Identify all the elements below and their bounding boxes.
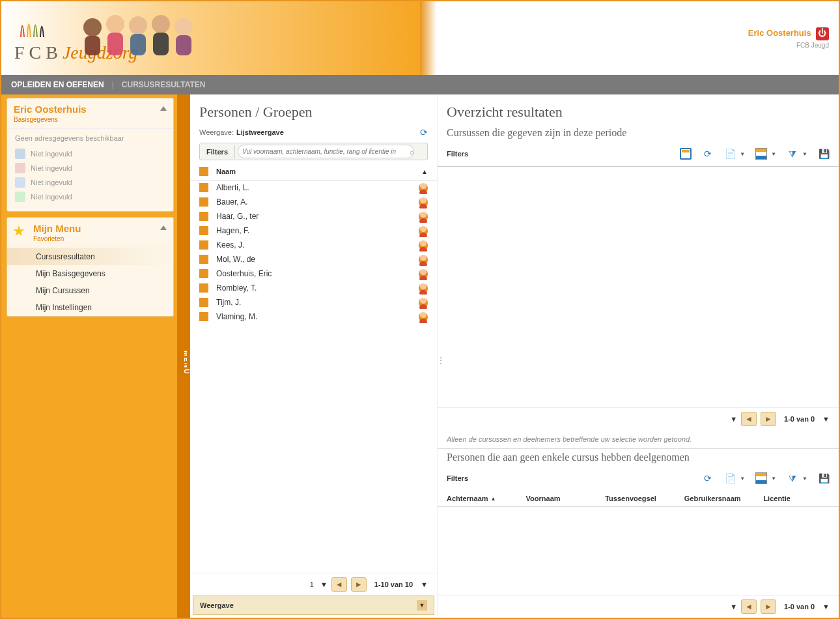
row-checkbox[interactable] [199, 255, 208, 264]
row-checkbox[interactable] [199, 183, 208, 192]
next-page-button[interactable]: ► [761, 412, 776, 426]
no-course-persons-section: Personen die aan geen enkele cursus hebb… [438, 448, 839, 618]
no-course-subtitle: Personen die aan geen enkele cursus hebb… [438, 449, 839, 468]
person-row[interactable]: Oosterhuis, Eric [190, 266, 437, 281]
collapse-up-icon[interactable] [160, 225, 167, 230]
menu-item-cursusresultaten[interactable]: Cursusresultaten [7, 248, 173, 265]
collapse-up-icon[interactable] [160, 106, 167, 111]
page-size-dropdown-icon[interactable]: ▼ [421, 581, 428, 588]
row-checkbox[interactable] [199, 298, 208, 307]
page-dropdown-icon[interactable]: ▼ [730, 415, 737, 423]
nav-separator: | [112, 80, 114, 89]
user-info-panel: Eric Oosterhuis Basisgegevens Geen adres… [7, 98, 174, 212]
name-column-header[interactable]: Naam [216, 167, 236, 175]
card-icon [15, 192, 25, 202]
save-icon[interactable]: 💾 [818, 472, 830, 484]
svg-rect-3 [107, 33, 123, 55]
results-column: Overzicht resultaten Cursussen die gegev… [438, 94, 839, 618]
refresh-icon[interactable]: ⟳ [420, 127, 428, 137]
row-checkbox[interactable] [199, 312, 208, 321]
page-size-dropdown-icon[interactable]: ▼ [822, 415, 830, 423]
col-achternaam[interactable]: Achternaam ▲ [447, 495, 513, 502]
page-range: 1-0 van 0 [784, 603, 815, 611]
no-address-text: Geen adresgegevens beschikbaar [15, 134, 165, 142]
row-checkbox[interactable] [199, 269, 208, 278]
menu-item-instellingen[interactable]: Mijn Instellingen [7, 299, 173, 316]
columns-icon[interactable] [755, 148, 767, 160]
person-row[interactable]: Tijm, J. [190, 295, 437, 310]
menu-list: Cursusresultaten Mijn Basisgegevens Mijn… [7, 248, 173, 316]
person-list: Alberti, L. Bauer, A. Haar, G., ter Hage… [190, 180, 437, 573]
person-row[interactable]: Rombley, T. [190, 281, 437, 295]
refresh-icon[interactable]: ⟳ [702, 148, 714, 160]
columns-dropdown-icon[interactable]: ▼ [771, 476, 776, 482]
row-checkbox[interactable] [199, 240, 208, 250]
filter-funnel-icon[interactable]: ⧩ [787, 148, 798, 160]
next-page-button[interactable]: ► [351, 577, 367, 592]
svg-rect-9 [176, 35, 191, 55]
nav-main[interactable]: OPLEIDEN EN OEFENEN [11, 80, 104, 89]
prev-page-button[interactable]: ◄ [741, 599, 757, 614]
prev-page-button[interactable]: ◄ [331, 577, 347, 592]
menu-item-cursussen[interactable]: Mijn Cursussen [7, 282, 173, 299]
columns-icon[interactable] [755, 472, 767, 484]
person-row[interactable]: Bauer, A. [190, 195, 437, 209]
user-panel-title: Eric Oosterhuis [14, 104, 87, 115]
filter-input[interactable] [238, 145, 414, 158]
col-tussenvoegsel[interactable]: Tussenvoegsel [605, 495, 671, 502]
select-all-checkbox[interactable] [199, 167, 208, 176]
col-voornaam[interactable]: Voornaam [526, 495, 593, 502]
star-icon: ★ [12, 223, 25, 240]
menu-item-basisgegevens[interactable]: Mijn Basisgegevens [7, 265, 173, 282]
row-checkbox[interactable] [199, 226, 208, 235]
filter-label: Filters [200, 145, 235, 158]
refresh-icon[interactable]: ⟳ [702, 472, 714, 484]
row-checkbox[interactable] [199, 197, 208, 207]
view-value: Lijstweergave [236, 128, 284, 136]
nav-sub[interactable]: CURSUSRESULTATEN [122, 80, 206, 89]
page-number: 1 [310, 581, 314, 588]
sort-asc-icon[interactable]: ▲ [421, 168, 428, 175]
export-dropdown-icon[interactable]: ▼ [740, 151, 745, 157]
svg-point-6 [152, 15, 170, 33]
prev-page-button[interactable]: ◄ [741, 412, 757, 426]
save-icon[interactable]: 💾 [818, 148, 830, 160]
courses-given-section: Cursussen die gegeven zijn in deze perio… [438, 124, 839, 448]
header-user-name: Eric Oosterhuis [748, 28, 811, 38]
person-row[interactable]: Mol, W., de [190, 252, 437, 266]
person-row[interactable]: Alberti, L. [190, 180, 437, 195]
sidebar: Eric Oosterhuis Basisgegevens Geen adres… [1, 94, 190, 618]
weergave-dropdown-icon: ▼ [417, 600, 427, 611]
person-row[interactable]: Hagen, F. [190, 223, 437, 238]
export-icon[interactable]: 📄 [724, 472, 736, 484]
filter-funnel-icon[interactable]: ⧩ [787, 472, 798, 484]
row-checkbox[interactable] [199, 212, 208, 221]
person-icon [419, 298, 428, 307]
person-row[interactable]: Haar, G., ter [190, 209, 437, 223]
col-gebruikersnaam[interactable]: Gebruikersnaam [684, 495, 751, 502]
export-dropdown-icon[interactable]: ▼ [740, 476, 745, 482]
person-icon [419, 197, 428, 207]
person-row[interactable]: Vlaming, M. [190, 310, 437, 324]
info-line-card: Niet ingevuld [15, 192, 165, 202]
phone-icon [15, 149, 25, 159]
person-row[interactable]: Kees, J. [190, 238, 437, 252]
columns-dropdown-icon[interactable]: ▼ [771, 151, 776, 157]
export-icon[interactable]: 📄 [724, 148, 736, 160]
page-dropdown-icon[interactable]: ▼ [730, 603, 737, 611]
page-size-dropdown-icon[interactable]: ▼ [822, 603, 830, 611]
mail-icon [15, 177, 25, 188]
logout-button[interactable] [816, 27, 829, 40]
next-page-button[interactable]: ► [761, 599, 776, 614]
col-licentie[interactable]: Licentie [763, 495, 830, 502]
clear-filter-icon[interactable]: ⌕ [410, 148, 414, 156]
weergave-expand-bar[interactable]: Weergave ▼ [193, 596, 434, 615]
page-dropdown-icon[interactable]: ▼ [320, 581, 328, 588]
calendar-icon[interactable] [680, 148, 692, 160]
filter-dropdown-icon[interactable]: ▼ [802, 476, 807, 482]
menu-panel-title: Mijn Menu [33, 223, 81, 234]
row-checkbox[interactable] [199, 283, 208, 293]
courses-pager: ▼ ◄ ► 1-0 van 0 ▼ [438, 407, 839, 430]
filter-dropdown-icon[interactable]: ▼ [802, 151, 807, 157]
my-menu-panel: ★ Mijn Menu Favorieten Cursusresultaten … [7, 217, 174, 317]
